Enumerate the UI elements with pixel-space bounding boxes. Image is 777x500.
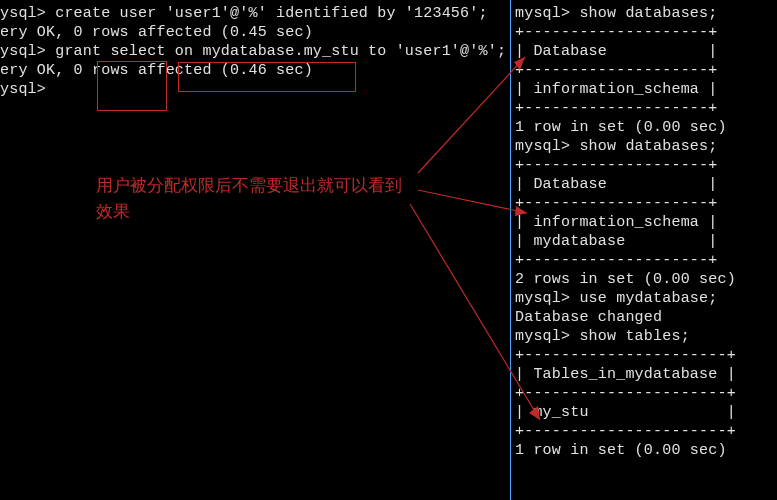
- terminal-line: +--------------------+: [515, 156, 773, 175]
- terminal-line: | mydatabase |: [515, 232, 773, 251]
- terminal-line: mysql> show databases;: [515, 137, 773, 156]
- terminal-line: | information_schema |: [515, 213, 773, 232]
- terminal-line: | Database |: [515, 175, 773, 194]
- highlight-box: [97, 61, 167, 111]
- terminal-line: +----------------------+: [515, 384, 773, 403]
- terminal-line: 2 rows in set (0.00 sec): [515, 270, 773, 289]
- terminal-line: Database changed: [515, 308, 773, 327]
- terminal-line: +--------------------+: [515, 251, 773, 270]
- terminal-line: | Tables_in_mydatabase |: [515, 365, 773, 384]
- terminal-line: +----------------------+: [515, 422, 773, 441]
- terminal-line: mysql> use mydatabase;: [515, 289, 773, 308]
- terminal-line: mysql> show databases;: [515, 4, 773, 23]
- terminal-line: | Database |: [515, 42, 773, 61]
- terminal-line: +--------------------+: [515, 194, 773, 213]
- terminal-line: | my_stu |: [515, 403, 773, 422]
- terminal-line: +--------------------+: [515, 61, 773, 80]
- terminal-line: 1 row in set (0.00 sec): [515, 441, 773, 460]
- annotation-text: 用户被分配权限后不需要退出就可以看到 效果: [96, 173, 402, 225]
- terminal-line: | information_schema |: [515, 80, 773, 99]
- screenshot-root: ysql> create user 'user1'@'%' identified…: [0, 0, 777, 500]
- terminal-line: ery OK, 0 rows affected (0.45 sec): [0, 23, 509, 42]
- terminal-line: ysql> create user 'user1'@'%' identified…: [0, 4, 509, 23]
- terminal-line: +--------------------+: [515, 23, 773, 42]
- terminal-line: 1 row in set (0.00 sec): [515, 118, 773, 137]
- terminal-line: ysql> grant select on mydatabase.my_stu …: [0, 42, 509, 61]
- terminal-line: mysql> show tables;: [515, 327, 773, 346]
- terminal-line: +--------------------+: [515, 99, 773, 118]
- terminal-right[interactable]: mysql> show databases; +----------------…: [511, 0, 777, 500]
- terminal-line: +----------------------+: [515, 346, 773, 365]
- highlight-box: [178, 62, 356, 92]
